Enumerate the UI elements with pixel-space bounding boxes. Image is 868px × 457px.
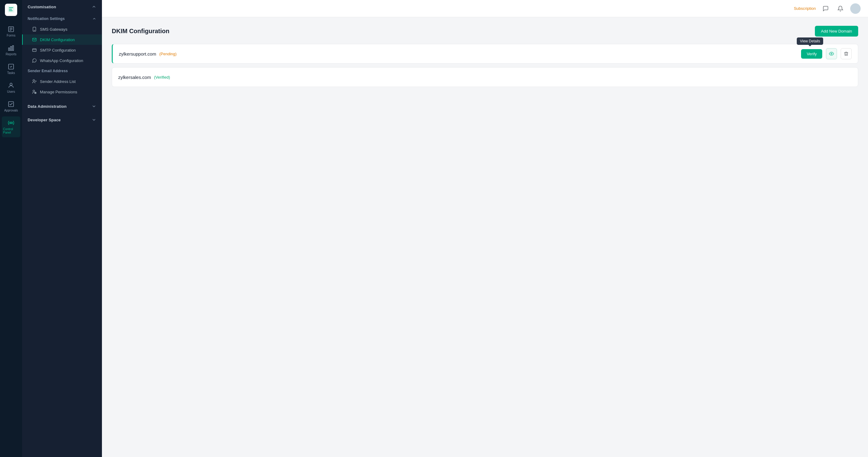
sidebar-item-tasks[interactable]: Tasks xyxy=(2,60,20,78)
user-avatar[interactable] xyxy=(850,3,861,14)
domain-info-zylkersales: zylkersales.com (Verified) xyxy=(118,74,170,80)
developer-space-label: Developer Space xyxy=(28,118,61,122)
customisation-label: Customisation xyxy=(28,5,56,9)
sidebar-item-control-panel[interactable]: Control Panel xyxy=(2,116,20,137)
sender-address-list-label: Sender Address List xyxy=(40,79,75,84)
svg-point-14 xyxy=(10,122,12,124)
svg-rect-15 xyxy=(33,27,36,31)
verify-button-zylkersupport[interactable]: Verify xyxy=(801,49,822,59)
svg-rect-1 xyxy=(9,7,13,8)
domain-name-zylkersales: zylkersales.com xyxy=(118,74,151,80)
domain-status-zylkersupport: (Pending) xyxy=(159,52,177,56)
chat-icon[interactable] xyxy=(821,4,831,13)
view-details-icon[interactable]: View Details xyxy=(826,48,837,59)
sidebar-subsection-notification-settings[interactable]: Notification Settings xyxy=(22,13,102,24)
sender-email-address-label: Sender Email Address xyxy=(28,69,68,73)
subscription-link[interactable]: Subscription xyxy=(794,6,816,11)
sidebar-item-sms-gateways[interactable]: SMS Gateways xyxy=(22,24,102,34)
sidebar-section-customisation[interactable]: Customisation xyxy=(22,0,102,13)
domain-card-zylkersupport: zylkersupport.com (Pending) Verify View … xyxy=(112,44,858,64)
svg-rect-2 xyxy=(9,9,12,9)
svg-rect-18 xyxy=(33,49,36,51)
approvals-nav-label: Approvals xyxy=(4,109,18,112)
icon-nav: Forms Reports Tasks Users Approvals Cont… xyxy=(0,0,22,457)
sidebar-item-reports[interactable]: Reports xyxy=(2,41,20,59)
view-details-tooltip: View Details xyxy=(797,37,823,45)
sidebar-section-data-administration[interactable]: Data Administration xyxy=(22,99,102,113)
svg-point-27 xyxy=(831,53,832,54)
domain-card-zylkersales: zylkersales.com (Verified) xyxy=(112,67,858,87)
sms-gateways-label: SMS Gateways xyxy=(40,27,67,32)
svg-point-23 xyxy=(33,90,34,92)
sidebar-item-dkim-configuration[interactable]: DKIM Configuration xyxy=(22,34,102,45)
content-header: DKIM Configuration Add New Domain xyxy=(112,26,858,36)
notification-bell-icon[interactable] xyxy=(835,4,845,13)
sidebar-item-smtp-configuration[interactable]: SMTP Configuration xyxy=(22,45,102,55)
svg-point-12 xyxy=(10,83,12,85)
users-nav-label: Users xyxy=(7,90,15,93)
sidebar-item-sender-address-list[interactable]: Sender Address List xyxy=(22,76,102,87)
app-logo-letter xyxy=(8,6,14,14)
sidebar-item-forms[interactable]: Forms xyxy=(2,23,20,40)
page-title: DKIM Configuration xyxy=(112,28,169,35)
delete-icon-zylkersupport[interactable] xyxy=(841,48,852,59)
page-content: DKIM Configuration Add New Domain zylker… xyxy=(102,17,868,457)
svg-rect-9 xyxy=(10,47,12,50)
whatsapp-configuration-label: WhatsApp Configuration xyxy=(40,58,83,63)
domain-status-zylkersales: (Verified) xyxy=(154,75,170,80)
main-content: Subscription DKIM Configuration Add New … xyxy=(102,0,868,457)
notification-settings-label: Notification Settings xyxy=(28,17,65,21)
svg-rect-8 xyxy=(9,48,10,50)
manage-permissions-label: Manage Permissions xyxy=(40,90,77,94)
domain-name-zylkersupport: zylkersupport.com xyxy=(119,51,156,57)
topbar: Subscription xyxy=(102,0,868,17)
sidebar-subsection-sender-email-address[interactable]: Sender Email Address xyxy=(22,66,102,76)
app-logo[interactable] xyxy=(5,4,17,16)
tasks-nav-label: Tasks xyxy=(7,71,15,74)
control-panel-nav-label: Control Panel xyxy=(3,127,19,134)
sidebar-section-developer-space[interactable]: Developer Space xyxy=(22,113,102,126)
sidebar: Customisation Notification Settings SMS … xyxy=(22,0,102,457)
domain-actions-zylkersupport: Verify View Details xyxy=(801,48,852,59)
reports-nav-label: Reports xyxy=(5,53,16,56)
svg-rect-3 xyxy=(9,10,12,11)
svg-rect-10 xyxy=(12,46,14,51)
sidebar-item-users[interactable]: Users xyxy=(2,79,20,96)
sidebar-item-whatsapp-configuration[interactable]: WhatsApp Configuration xyxy=(22,55,102,66)
forms-nav-label: Forms xyxy=(7,34,16,37)
smtp-configuration-label: SMTP Configuration xyxy=(40,48,76,53)
sidebar-item-approvals[interactable]: Approvals xyxy=(2,98,20,115)
sidebar-item-manage-permissions[interactable]: Manage Permissions xyxy=(22,87,102,97)
add-new-domain-button[interactable]: Add New Domain xyxy=(815,26,858,36)
domain-info-zylkersupport: zylkersupport.com (Pending) xyxy=(119,51,177,57)
svg-point-20 xyxy=(33,80,34,81)
data-administration-label: Data Administration xyxy=(28,104,67,109)
dkim-configuration-label: DKIM Configuration xyxy=(40,37,74,42)
